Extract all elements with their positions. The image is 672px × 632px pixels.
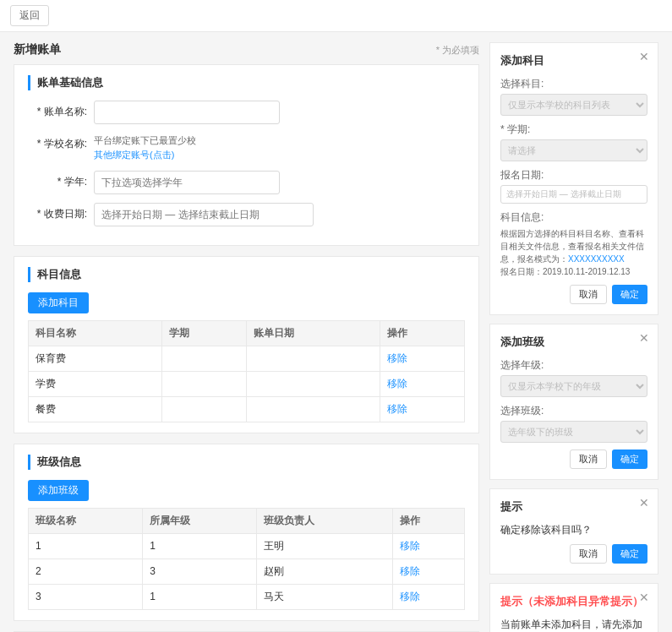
group-col-grade: 所属年级 (143, 508, 257, 533)
group-grade-cell: 1 (143, 533, 257, 558)
subject-info-title: 科目信息 (28, 267, 465, 282)
subject-remove-link[interactable]: 移除 (387, 352, 407, 364)
add-group-panel: 添加班级 ✕ 选择年级: 仅显示本学校下的年级 选择班级: 选年级下的班级 取消… (489, 324, 658, 480)
class-select-label: 选择班级: (500, 404, 647, 418)
group-remove-link[interactable]: 移除 (400, 591, 420, 602)
subject-select-row: 选择科目: 仅显示本学校的科目列表 (500, 77, 647, 116)
panel-info-text: 根据园方选择的科目科目名称、查看科目相关文件信息，查看报名相关文件信息，报名模式… (500, 227, 647, 278)
add-subject-panel-title: 添加科目 (500, 53, 647, 68)
table-row: 1 1 王明 移除 (29, 533, 465, 558)
subject-name-cell: 餐费 (29, 396, 162, 422)
group-grade-cell: 3 (143, 558, 257, 584)
subject-date-cell (246, 346, 380, 371)
subject-name-cell: 学费 (29, 371, 162, 396)
add-group-cancel-button[interactable]: 取消 (570, 449, 607, 469)
group-remove-link[interactable]: 移除 (400, 565, 420, 577)
subject-table: 科目名称 学期 账单日期 操作 保育费 移除 学费 移除 餐费 移除 (28, 320, 465, 422)
group-info-section: 班级信息 添加班级 班级名称 所属年级 班级负责人 操作 1 1 王明 移除 2… (14, 444, 479, 621)
prompt-1-close-icon[interactable]: ✕ (639, 496, 649, 509)
add-subject-confirm-button[interactable]: 确定 (612, 285, 647, 304)
bill-name-row: * 账单名称: (28, 101, 465, 124)
subject-col-semester: 学期 (162, 320, 247, 346)
add-group-button[interactable]: 添加班级 (28, 480, 89, 501)
subject-select[interactable]: 仅显示本学校的科目列表 (500, 94, 647, 116)
prompt-panel-2: 提示（未添加科目异常提示） ✕ 当前账单未添加科目，请先添加科目！ 取消 确定 (489, 583, 658, 632)
prompt-panel-2-title: 提示（未添加科目异常提示） (500, 594, 647, 609)
collect-date-input[interactable] (94, 203, 314, 226)
subject-date-cell (246, 396, 380, 422)
collect-date-label: * 收费日期: (28, 203, 87, 221)
required-tip: * 为必填项 (436, 44, 479, 57)
school-name-label: * 学校名称: (28, 133, 87, 151)
add-subject-close-icon[interactable]: ✕ (639, 50, 649, 63)
subject-remove-link[interactable]: 移除 (387, 403, 407, 415)
bill-name-label: * 账单名称: (28, 101, 87, 119)
bill-name-input[interactable] (94, 101, 280, 124)
panel-info-row: 科目信息: 根据园方选择的科目科目名称、查看科目相关文件信息，查看报名相关文件信… (500, 210, 647, 278)
group-action-cell: 移除 (392, 558, 464, 584)
school-hint-2[interactable]: 其他绑定账号(点击) (94, 147, 196, 161)
add-group-panel-title: 添加班级 (500, 335, 647, 350)
prompt-1-cancel-button[interactable]: 取消 (570, 544, 607, 564)
prompt-2-close-icon[interactable]: ✕ (639, 591, 649, 604)
subject-semester-cell (162, 346, 247, 371)
add-subject-panel: 添加科目 ✕ 选择科目: 仅显示本学校的科目列表 * 学期: 请选择 报名日期:… (489, 42, 658, 315)
add-group-panel-actions: 取消 确定 (500, 449, 647, 469)
subject-remove-link[interactable]: 移除 (387, 378, 407, 390)
panel-semester-row: * 学期: 请选择 (500, 123, 647, 161)
subject-action-cell: 移除 (380, 396, 465, 422)
school-name-row: * 学校名称: 平台绑定账下已最置少校 其他绑定账号(点击) (28, 133, 465, 162)
subject-col-name: 科目名称 (29, 320, 162, 346)
right-panels: 添加科目 ✕ 选择科目: 仅显示本学校的科目列表 * 学期: 请选择 报名日期:… (489, 42, 658, 632)
class-select-row: 选择班级: 选年级下的班级 (500, 404, 647, 443)
subject-info-section: 科目信息 添加科目 科目名称 学期 账单日期 操作 保育费 移除 学费 移除 餐… (14, 256, 479, 433)
grade-select-label: 选择年级: (500, 358, 647, 373)
main-form: 新增账单 * 为必填项 账单基础信息 * 账单名称: * 学校名称: 平台绑定账… (14, 42, 479, 632)
group-table: 班级名称 所属年级 班级负责人 操作 1 1 王明 移除 2 3 赵刚 移除 3… (28, 508, 465, 610)
table-row: 学费 移除 (29, 371, 465, 396)
group-action-cell: 移除 (392, 533, 464, 558)
group-name-cell: 3 (29, 584, 143, 609)
grade-select-row: 选择年级: 仅显示本学校下的年级 (500, 358, 647, 397)
panel-semester-label: * 学期: (500, 123, 647, 137)
group-leader-cell: 赵刚 (257, 558, 392, 584)
prompt-2-message: 当前账单未添加科目，请先添加科目！ (500, 618, 647, 632)
group-grade-cell: 1 (143, 584, 257, 609)
panel-semester-select[interactable]: 请选择 (500, 139, 647, 161)
add-subject-button[interactable]: 添加科目 (28, 292, 89, 313)
panel-date-hint: 选择开始日期 — 选择截止日期 (500, 185, 647, 204)
table-row: 2 3 赵刚 移除 (29, 558, 465, 584)
semester-label: * 学年: (28, 171, 87, 189)
group-info-title: 班级信息 (28, 455, 465, 470)
table-row: 3 1 马天 移除 (29, 584, 465, 609)
subject-select-label: 选择科目: (500, 77, 647, 91)
group-leader-cell: 马天 (257, 584, 392, 609)
prompt-1-confirm-button[interactable]: 确定 (612, 544, 647, 564)
subject-date-cell (246, 371, 380, 396)
group-col-name: 班级名称 (29, 508, 143, 533)
subject-action-cell: 移除 (380, 371, 465, 396)
group-name-cell: 2 (29, 558, 143, 584)
table-row: 保育费 移除 (29, 346, 465, 371)
panel-date-row: 报名日期: 选择开始日期 — 选择截止日期 (500, 168, 647, 204)
panel-date-label: 报名日期: (500, 168, 647, 183)
prompt-1-message: 确定移除该科目吗？ (500, 523, 647, 537)
semester-input[interactable] (94, 171, 280, 194)
page-title: 新增账单 (14, 42, 61, 57)
panel-info-label: 科目信息: (500, 210, 647, 225)
add-subject-cancel-button[interactable]: 取消 (570, 285, 607, 304)
add-group-close-icon[interactable]: ✕ (639, 331, 649, 345)
prompt-panel-1: 提示 ✕ 确定移除该科目吗？ 取消 确定 (489, 488, 658, 575)
top-bar: 返回 (0, 0, 672, 32)
basic-info-section: 账单基础信息 * 账单名称: * 学校名称: 平台绑定账下已最置少校 其他绑定账… (14, 64, 479, 246)
add-group-confirm-button[interactable]: 确定 (612, 449, 647, 469)
grade-select[interactable]: 仅显示本学校下的年级 (500, 375, 647, 397)
collect-date-row: * 收费日期: (28, 203, 465, 226)
class-select[interactable]: 选年级下的班级 (500, 421, 647, 443)
back-button[interactable]: 返回 (10, 5, 49, 26)
subject-col-date: 账单日期 (246, 320, 380, 346)
group-leader-cell: 王明 (257, 533, 392, 558)
group-remove-link[interactable]: 移除 (400, 540, 420, 552)
add-subject-panel-actions: 取消 确定 (500, 285, 647, 304)
subject-col-action: 操作 (380, 320, 465, 346)
